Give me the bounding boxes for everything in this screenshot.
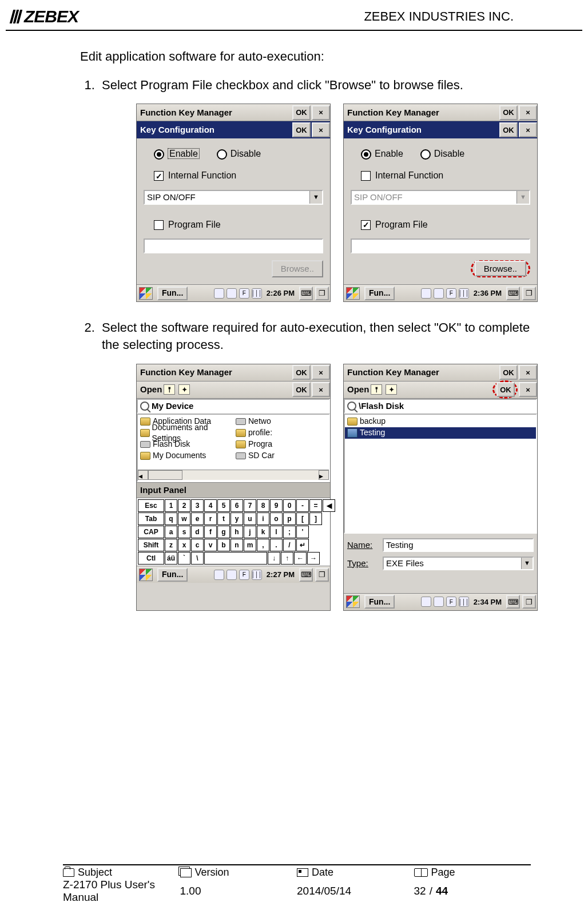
- key[interactable]: 4: [204, 499, 217, 512]
- internal-function-select[interactable]: ▼: [144, 190, 323, 205]
- key[interactable]: x: [178, 539, 190, 551]
- close-button[interactable]: ×: [312, 365, 330, 380]
- up-folder-icon[interactable]: ⭱: [371, 384, 382, 395]
- key[interactable]: u: [244, 512, 256, 525]
- key[interactable]: r: [204, 512, 217, 525]
- desktop-button[interactable]: ❐: [315, 568, 329, 582]
- up-folder-icon[interactable]: ⭱: [164, 384, 175, 395]
- list-item[interactable]: backup: [345, 416, 536, 427]
- list-item[interactable]: Netwo: [233, 416, 329, 427]
- internal-function-value[interactable]: [145, 191, 309, 204]
- key[interactable]: ←: [294, 552, 307, 565]
- new-folder-icon[interactable]: ✦: [386, 384, 397, 395]
- desktop-button[interactable]: ❐: [315, 287, 329, 300]
- key[interactable]: ]: [309, 512, 322, 525]
- ok-button[interactable]: OK: [292, 122, 311, 137]
- ok-button[interactable]: OK: [499, 122, 518, 137]
- ok-button[interactable]: OK: [496, 382, 515, 397]
- list-item-selected[interactable]: Testing: [345, 427, 536, 439]
- list-item[interactable]: My Documents: [138, 450, 233, 462]
- task-app[interactable]: Fun...: [157, 568, 188, 582]
- key[interactable]: ↵: [296, 539, 309, 551]
- enable-radio[interactable]: Enable: [361, 148, 403, 160]
- key[interactable]: z: [165, 539, 177, 551]
- key[interactable]: i: [257, 512, 269, 525]
- key[interactable]: m: [244, 539, 256, 551]
- internal-function-checkbox[interactable]: Internal Function: [154, 169, 236, 182]
- file-list[interactable]: backup Testing: [344, 414, 537, 534]
- program-file-path[interactable]: [351, 239, 530, 253]
- ok-button[interactable]: OK: [292, 382, 311, 397]
- key[interactable]: `: [178, 552, 190, 565]
- close-button[interactable]: ×: [519, 122, 537, 137]
- key[interactable]: a: [165, 526, 177, 538]
- key[interactable]: h: [231, 526, 243, 538]
- key[interactable]: o: [270, 512, 283, 525]
- enable-radio[interactable]: Enable: [154, 148, 200, 160]
- key[interactable]: 3: [191, 499, 204, 512]
- tray-icon[interactable]: [227, 288, 237, 299]
- key[interactable]: w: [178, 512, 190, 525]
- key[interactable]: 8: [257, 499, 269, 512]
- key[interactable]: -: [296, 499, 309, 512]
- close-button[interactable]: ×: [519, 382, 537, 397]
- key[interactable]: q: [165, 512, 177, 525]
- desktop-button[interactable]: ❐: [522, 595, 536, 609]
- start-button[interactable]: [346, 595, 360, 608]
- browse-button[interactable]: Browse..: [475, 261, 526, 276]
- key[interactable]: ◀: [323, 499, 335, 512]
- key[interactable]: ,: [257, 539, 269, 551]
- ok-button[interactable]: OK: [292, 365, 311, 380]
- desktop-button[interactable]: ❐: [522, 287, 536, 300]
- dropdown-icon[interactable]: ▼: [521, 558, 533, 569]
- key[interactable]: →: [307, 552, 320, 565]
- sip-button[interactable]: ⌨: [299, 287, 313, 300]
- key[interactable]: y: [231, 512, 243, 525]
- key[interactable]: /: [283, 539, 296, 551]
- key[interactable]: g: [217, 526, 230, 538]
- ok-button[interactable]: OK: [499, 365, 518, 380]
- tray-icon[interactable]: [421, 597, 431, 607]
- soft-keyboard[interactable]: Esc1234567890-=◀ Tabqwertyuiop[] CAPasdf…: [137, 498, 330, 566]
- new-folder-icon[interactable]: ✦: [178, 384, 190, 395]
- start-button[interactable]: [346, 287, 360, 300]
- sip-button[interactable]: ⌨: [506, 595, 520, 609]
- tray-icon[interactable]: │││: [459, 288, 469, 299]
- key[interactable]: e: [191, 512, 204, 525]
- key[interactable]: áü: [165, 552, 177, 565]
- key[interactable]: t: [217, 512, 230, 525]
- key[interactable]: 5: [217, 499, 230, 512]
- sip-button[interactable]: ⌨: [299, 568, 313, 582]
- key[interactable]: ;: [283, 526, 296, 538]
- close-button[interactable]: ×: [312, 122, 330, 137]
- tray-icon[interactable]: [421, 288, 431, 299]
- key[interactable]: \: [191, 552, 204, 565]
- sip-button[interactable]: ⌨: [506, 287, 520, 300]
- task-app[interactable]: Fun...: [364, 595, 395, 609]
- internal-function-checkbox[interactable]: Internal Function: [361, 169, 443, 182]
- key[interactable]: 1: [165, 499, 177, 512]
- tray-icon[interactable]: [227, 570, 237, 580]
- start-button[interactable]: [139, 287, 153, 300]
- tray-icon[interactable]: │││: [459, 597, 469, 607]
- key[interactable]: v: [204, 539, 217, 551]
- key[interactable]: [: [296, 512, 309, 525]
- ok-button[interactable]: OK: [292, 105, 311, 120]
- key[interactable]: =: [309, 499, 322, 512]
- h-scrollbar[interactable]: ◂▸: [138, 470, 329, 480]
- key[interactable]: [204, 552, 267, 565]
- key[interactable]: k: [257, 526, 269, 538]
- task-app[interactable]: Fun...: [364, 287, 395, 300]
- key[interactable]: ': [296, 526, 309, 538]
- close-button[interactable]: ×: [519, 105, 537, 120]
- tray-icon[interactable]: [434, 597, 444, 607]
- key[interactable]: l: [270, 526, 283, 538]
- key[interactable]: b: [217, 539, 230, 551]
- key[interactable]: 6: [231, 499, 243, 512]
- tray-icon[interactable]: F: [446, 288, 456, 299]
- list-item[interactable]: Progra: [233, 439, 329, 450]
- ok-button[interactable]: OK: [499, 105, 518, 120]
- tray-icon[interactable]: F: [239, 288, 249, 299]
- program-file-checkbox[interactable]: Program File: [361, 218, 428, 231]
- key[interactable]: p: [283, 512, 296, 525]
